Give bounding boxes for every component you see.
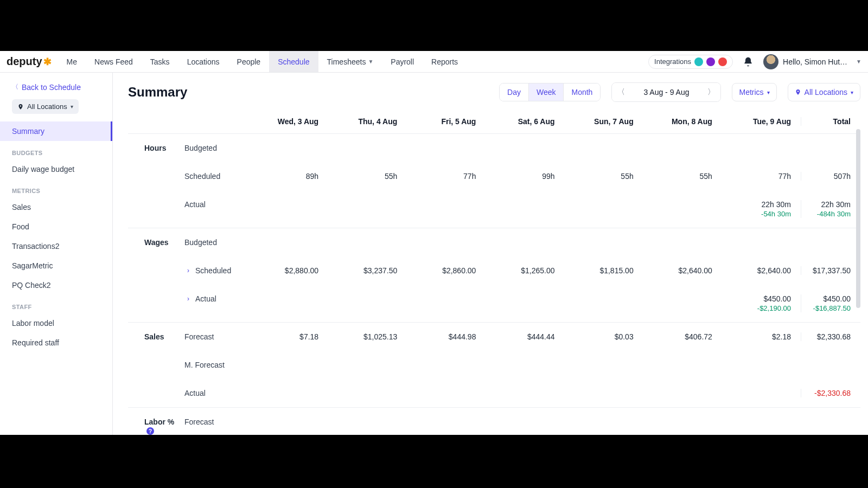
pin-icon bbox=[795, 89, 801, 95]
nav-tasks[interactable]: Tasks bbox=[142, 51, 178, 72]
section-hours: Hours Budgeted Scheduled 89h 55h 77h 99h… bbox=[128, 134, 860, 228]
nav-me[interactable]: Me bbox=[58, 51, 86, 72]
subrow-label: Scheduled bbox=[195, 266, 231, 275]
cell-value: 22h 30m bbox=[821, 200, 851, 209]
col-thu: Thu, 4 Aug bbox=[328, 117, 407, 126]
row-hours-budgeted: Hours Budgeted bbox=[128, 134, 860, 162]
nav-timesheets-label: Timesheets bbox=[327, 57, 366, 66]
date-next-button[interactable]: 〉 bbox=[702, 83, 720, 101]
granularity-toggle: Day Week Month bbox=[499, 83, 601, 101]
sidebar-item-transactions2[interactable]: Transactions2 bbox=[0, 236, 112, 256]
sidebar-location-filter[interactable]: All Locations ▾ bbox=[12, 99, 79, 114]
cell-delta: -$2,190.00 bbox=[757, 304, 791, 312]
cell-tue: $450.00 -$2,190.00 bbox=[722, 294, 801, 312]
expand-toggle[interactable]: › bbox=[184, 267, 192, 274]
cell: $2,640.00 bbox=[722, 266, 801, 275]
brand-name: deputy bbox=[7, 55, 42, 68]
pin-icon bbox=[17, 104, 24, 110]
nav-reports[interactable]: Reports bbox=[423, 51, 467, 72]
col-wed: Wed, 3 Aug bbox=[250, 117, 328, 126]
cell: $1,815.00 bbox=[565, 266, 643, 275]
bell-icon[interactable] bbox=[743, 56, 754, 67]
subrow-label: Budgeted bbox=[184, 144, 217, 152]
chevron-down-icon: ▾ bbox=[71, 104, 73, 110]
subrow-label: Budgeted bbox=[184, 238, 217, 247]
greeting-text: Hello, Simon Hut… bbox=[783, 57, 847, 66]
sidebar: 〈 Back to Schedule All Locations ▾ Summa… bbox=[0, 73, 113, 435]
metrics-label: Metrics bbox=[739, 88, 763, 97]
col-sat: Sat, 6 Aug bbox=[486, 117, 564, 126]
avatar bbox=[763, 54, 778, 69]
back-to-schedule-link[interactable]: 〈 Back to Schedule bbox=[0, 79, 112, 99]
cell-total: $2,330.68 bbox=[801, 332, 860, 341]
cell: $2,640.00 bbox=[643, 266, 722, 275]
nav-news-feed[interactable]: News Feed bbox=[86, 51, 142, 72]
cell: $2,860.00 bbox=[407, 266, 486, 275]
sidebar-item-summary[interactable]: Summary bbox=[0, 121, 112, 141]
date-prev-button[interactable]: 〈 bbox=[612, 83, 630, 101]
main-content: Summary Day Week Month 〈 3 Aug - 9 Aug 〉… bbox=[113, 73, 868, 435]
cell: 55h bbox=[565, 172, 643, 181]
metrics-dropdown[interactable]: Metrics ▾ bbox=[732, 83, 776, 101]
cell: $7.18 bbox=[250, 332, 328, 341]
scrollbar[interactable] bbox=[856, 129, 860, 308]
date-range-label[interactable]: 3 Aug - 9 Aug bbox=[630, 88, 702, 97]
user-menu[interactable]: Hello, Simon Hut… ▼ bbox=[763, 54, 861, 69]
sidebar-heading-metrics: METRICS bbox=[0, 179, 112, 197]
row-hours-actual: Actual 22h 30m -54h 30m 22h 30m -484h 30… bbox=[128, 190, 860, 228]
nav-people[interactable]: People bbox=[228, 51, 270, 72]
cell: 89h bbox=[250, 172, 328, 181]
row-wages-actual: › Actual $450.00 -$2,190.00 $450.00 -$16… bbox=[128, 285, 860, 322]
cell-delta: -$16,887.50 bbox=[813, 304, 851, 312]
chevron-down-icon: ▾ bbox=[851, 89, 853, 95]
cell-value: 22h 30m bbox=[762, 200, 791, 209]
subrow-label: M. Forecast bbox=[184, 361, 225, 369]
labor-label: Labor % bbox=[144, 418, 174, 426]
section-sales: Sales Forecast $7.18 $1,025.13 $444.98 $… bbox=[128, 323, 860, 408]
row-sales-actual: Actual -$2,330.68 bbox=[128, 379, 860, 407]
cell-total: $17,337.50 bbox=[801, 266, 860, 275]
sidebar-item-food[interactable]: Food bbox=[0, 217, 112, 236]
row-wages-budgeted: Wages Budgeted bbox=[128, 228, 860, 256]
sidebar-item-labor-model[interactable]: Labor model bbox=[0, 313, 112, 333]
locations-dropdown[interactable]: All Locations ▾ bbox=[788, 83, 860, 101]
subrow-label: Forecast bbox=[184, 332, 214, 341]
cell-value: $450.00 bbox=[823, 294, 851, 303]
integrations-button[interactable]: Integrations bbox=[648, 55, 733, 69]
main-header: Summary Day Week Month 〈 3 Aug - 9 Aug 〉… bbox=[128, 82, 860, 102]
section-wages: Wages Budgeted › Scheduled $2,880.00 $3,… bbox=[128, 228, 860, 323]
row-hours-scheduled: Scheduled 89h 55h 77h 99h 55h 55h 77h 50… bbox=[128, 162, 860, 190]
top-nav: deputy✱ Me News Feed Tasks Locations Peo… bbox=[0, 51, 868, 73]
nav-timesheets[interactable]: Timesheets ▼ bbox=[318, 51, 382, 72]
nav-payroll[interactable]: Payroll bbox=[382, 51, 423, 72]
cell-delta: -54h 30m bbox=[761, 210, 791, 218]
subrow-label: Forecast bbox=[184, 418, 214, 426]
sidebar-item-sagarmetric[interactable]: SagarMetric bbox=[0, 256, 112, 275]
row-sales-forecast: Sales Forecast $7.18 $1,025.13 $444.98 $… bbox=[128, 323, 860, 351]
subrow-label: Actual bbox=[195, 294, 216, 303]
row-sales-mforecast: M. Forecast bbox=[128, 351, 860, 379]
cell: $2,880.00 bbox=[250, 266, 328, 275]
cell-value: $450.00 bbox=[763, 294, 791, 303]
nav-schedule[interactable]: Schedule bbox=[269, 51, 318, 72]
sidebar-item-sales[interactable]: Sales bbox=[0, 197, 112, 217]
nav-locations[interactable]: Locations bbox=[178, 51, 228, 72]
sidebar-item-daily-wage-budget[interactable]: Daily wage budget bbox=[0, 159, 112, 179]
integration-badge-icon bbox=[694, 57, 703, 66]
cell-total: 507h bbox=[801, 172, 860, 181]
cell: 77h bbox=[722, 172, 801, 181]
chevron-down-icon: ▾ bbox=[767, 89, 770, 95]
granularity-week[interactable]: Week bbox=[528, 84, 564, 101]
expand-toggle[interactable]: › bbox=[184, 295, 192, 303]
cell: $3,237.50 bbox=[328, 266, 407, 275]
cell: $406.72 bbox=[643, 332, 722, 341]
subrow-label: Actual bbox=[184, 200, 206, 209]
sidebar-item-required-staff[interactable]: Required staff bbox=[0, 333, 112, 352]
col-sun: Sun, 7 Aug bbox=[565, 117, 643, 126]
page-title: Summary bbox=[128, 85, 187, 100]
sidebar-item-pq-check2[interactable]: PQ Check2 bbox=[0, 275, 112, 295]
col-mon: Mon, 8 Aug bbox=[643, 117, 722, 126]
granularity-day[interactable]: Day bbox=[500, 84, 528, 101]
granularity-month[interactable]: Month bbox=[563, 84, 600, 101]
help-icon[interactable]: ? bbox=[146, 427, 154, 435]
